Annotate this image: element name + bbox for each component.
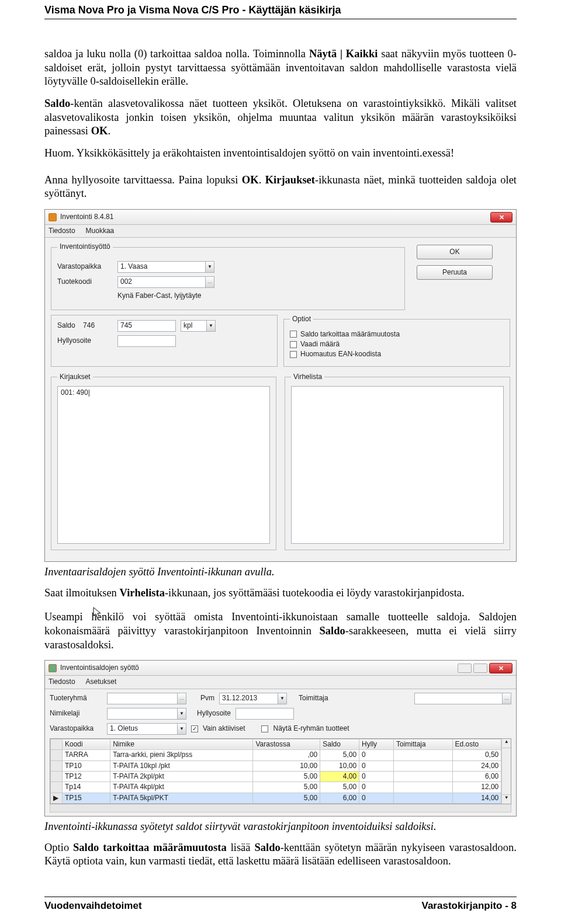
unit-combo[interactable]: kpl ▼ — [181, 320, 216, 332]
maximize-button[interactable] — [473, 664, 487, 673]
checkbox-eryhma[interactable] — [261, 725, 268, 732]
vertical-scrollbar[interactable]: ▲▼ — [501, 739, 511, 804]
cell-edosto[interactable]: 0,50 — [452, 750, 501, 760]
col-varastossa[interactable]: Varastossa — [253, 739, 320, 749]
cell-varastossa[interactable]: 5,00 — [253, 771, 320, 781]
cell-nimike[interactable]: T-PAITA 5kpl/PKT — [110, 793, 253, 803]
cell-toimittaja[interactable] — [394, 793, 453, 803]
menu-asetukset[interactable]: Asetukset — [86, 678, 117, 686]
cell-saldo[interactable]: 5,00 — [320, 782, 359, 793]
cell-varastossa[interactable]: 10,00 — [253, 760, 320, 771]
rowhdr-cell[interactable] — [51, 771, 63, 781]
kirjaukset-listbox[interactable]: 001: 490| — [57, 386, 270, 544]
saldo-input[interactable]: 745 — [117, 320, 176, 332]
ellipsis-button[interactable]: … — [177, 693, 186, 704]
scroll-up-icon[interactable]: ▲ — [502, 739, 511, 748]
menu-tiedosto[interactable]: Tiedosto — [49, 678, 75, 686]
cell-saldo[interactable]: 5,00 — [320, 750, 359, 760]
cell-nimike[interactable]: Tarra-arkki, pieni 3kpl/pss — [110, 750, 253, 760]
col-saldo[interactable]: Saldo — [320, 739, 359, 749]
chevron-down-icon[interactable]: ▼ — [177, 723, 186, 735]
cell-koodi[interactable]: TP12 — [63, 771, 110, 781]
col-toimittaja[interactable]: Toimittaja — [394, 739, 453, 749]
cell-edosto[interactable]: 12,00 — [452, 782, 501, 793]
scroll-down-icon[interactable]: ▼ — [502, 794, 511, 804]
cell-hylly[interactable]: 0 — [359, 760, 394, 771]
cell-toimittaja[interactable] — [394, 782, 453, 793]
nimikelaji-input[interactable]: ▼ — [107, 708, 186, 720]
unit-value[interactable]: kpl — [181, 320, 206, 332]
virhelista-listbox[interactable] — [291, 386, 504, 544]
data-grid[interactable]: Koodi Nimike Varastossa Saldo Hylly Toim… — [50, 739, 501, 804]
cell-hylly[interactable]: 0 — [359, 782, 394, 793]
cell-koodi[interactable]: TP10 — [63, 760, 110, 771]
col-hylly[interactable]: Hylly — [359, 739, 394, 749]
checkbox-saldo-muutos[interactable] — [290, 331, 297, 338]
cell-koodi[interactable]: Tp14 — [63, 782, 110, 793]
col-nimike[interactable]: Nimike — [110, 739, 253, 749]
ellipsis-button[interactable]: … — [502, 693, 511, 704]
chevron-down-icon[interactable]: ▼ — [278, 693, 287, 704]
cell-toimittaja[interactable] — [394, 750, 453, 760]
chevron-down-icon[interactable]: ▼ — [206, 320, 216, 332]
table-row[interactable]: TP12T-PAITA 2kpl/pkt5,004,0006,00 — [51, 771, 501, 781]
rowhdr-cell[interactable] — [51, 760, 63, 771]
cell-toimittaja[interactable] — [394, 760, 453, 771]
tuoteryhma-input[interactable]: … — [107, 693, 186, 704]
cell-koodi[interactable]: TARRA — [63, 750, 110, 760]
list-item[interactable]: 001: 490| — [61, 388, 266, 397]
cell-edosto[interactable]: 14,00 — [452, 793, 501, 803]
chevron-down-icon[interactable]: ▼ — [177, 708, 186, 720]
cell-varastossa[interactable]: 5,00 — [253, 793, 320, 803]
titlebar[interactable]: Inventointisaldojen syöttö ✕ — [45, 661, 516, 676]
menu-tiedosto[interactable]: Tiedosto — [49, 227, 75, 235]
varastopaikka-value[interactable]: 1. Oletus — [107, 723, 177, 735]
cell-nimike[interactable]: T-PAITA 4kpl/pkt — [110, 782, 253, 793]
rowhdr-cell[interactable]: ▶ — [51, 793, 63, 803]
table-row[interactable]: TP10T-PAITA 10kpl /pkt10,0010,00024,00 — [51, 760, 501, 771]
minimize-button[interactable] — [458, 664, 472, 673]
varastopaikka-combo[interactable]: 1. Vaasa ▼ — [117, 261, 214, 273]
horizontal-scrollbar[interactable] — [50, 804, 511, 812]
rowhdr-cell[interactable] — [51, 782, 63, 793]
checkbox-vain-aktiiviset[interactable] — [191, 725, 198, 732]
cell-nimike[interactable]: T-PAITA 2kpl/pkt — [110, 771, 253, 781]
tuotekoodi-value[interactable]: 002 — [117, 276, 205, 288]
table-row[interactable]: TARRATarra-arkki, pieni 3kpl/pss,005,000… — [51, 750, 501, 760]
hyllyosoite-input[interactable] — [117, 335, 176, 347]
col-koodi[interactable]: Koodi — [63, 739, 110, 749]
cell-toimittaja[interactable] — [394, 771, 453, 781]
ellipsis-button[interactable]: … — [205, 276, 214, 288]
checkbox-vaadi-maara[interactable] — [290, 341, 297, 348]
checkbox-ean-huom[interactable] — [290, 351, 297, 358]
tuotekoodi-input[interactable]: 002 … — [117, 276, 214, 288]
close-button[interactable]: ✕ — [490, 212, 512, 223]
cell-saldo[interactable]: 10,00 — [320, 760, 359, 771]
rowhdr-cell[interactable] — [51, 750, 63, 760]
cell-hylly[interactable]: 0 — [359, 750, 394, 760]
menu-muokkaa[interactable]: Muokkaa — [86, 227, 115, 235]
varastopaikka-combo[interactable]: 1. Oletus▼ — [107, 723, 186, 735]
pvm-value[interactable]: 31.12.2013 — [219, 693, 278, 704]
hylly-input[interactable] — [236, 708, 294, 720]
col-edosto[interactable]: Ed.osto — [452, 739, 501, 749]
ok-button[interactable]: OK — [417, 245, 493, 259]
chevron-down-icon[interactable]: ▼ — [205, 261, 214, 273]
cell-nimike[interactable]: T-PAITA 10kpl /pkt — [110, 760, 253, 771]
cell-edosto[interactable]: 24,00 — [452, 760, 501, 771]
close-button[interactable]: ✕ — [489, 663, 512, 673]
pvm-input[interactable]: 31.12.2013▼ — [219, 693, 287, 704]
cell-koodi[interactable]: TP15 — [63, 793, 110, 803]
table-row[interactable]: ▶TP15T-PAITA 5kpl/PKT5,006,00014,00 — [51, 793, 501, 803]
cell-hylly[interactable]: 0 — [359, 793, 394, 803]
cell-varastossa[interactable]: 5,00 — [253, 782, 320, 793]
cell-saldo[interactable]: 6,00 — [320, 793, 359, 803]
cell-edosto[interactable]: 6,00 — [452, 771, 501, 781]
table-row[interactable]: Tp14T-PAITA 4kpl/pkt5,005,00012,00 — [51, 782, 501, 793]
cell-saldo[interactable]: 4,00 — [320, 771, 359, 781]
varastopaikka-value[interactable]: 1. Vaasa — [117, 261, 205, 273]
cancel-button[interactable]: Peruuta — [417, 265, 493, 280]
cell-varastossa[interactable]: ,00 — [253, 750, 320, 760]
titlebar[interactable]: Inventointi 8.4.81 ✕ — [45, 210, 516, 225]
toimittaja-input[interactable]: … — [414, 693, 511, 704]
